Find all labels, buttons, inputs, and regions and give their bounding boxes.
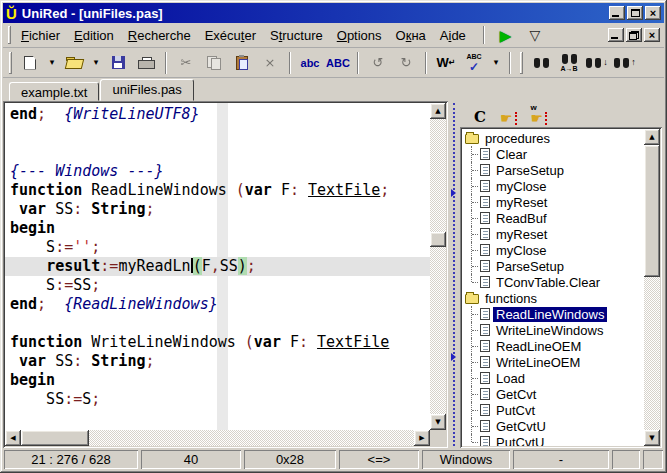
tree-folder-procedures[interactable]: procedures — [465, 130, 644, 146]
code-line[interactable]: var SS: String; — [10, 352, 430, 371]
scroll-down-icon[interactable]: ▼ — [644, 430, 660, 446]
title-bar[interactable]: Ŭ UniRed - [uniFiles.pas] × — [3, 3, 664, 23]
tree-item[interactable]: TConvTable.Clear — [465, 274, 644, 290]
scroll-down-icon[interactable]: ▼ — [430, 414, 446, 430]
tab-example-txt[interactable]: example.txt — [9, 82, 99, 101]
word-wrap-button[interactable]: W↵ — [433, 51, 459, 75]
run-button[interactable]: ▶ — [491, 28, 521, 43]
tree-item[interactable]: GetCvt — [465, 386, 644, 402]
editor-horizontal-scrollbar[interactable]: ◀ ▶ — [5, 430, 430, 446]
tree-item[interactable]: ParseSetup — [465, 258, 644, 274]
code-line[interactable]: begin — [10, 219, 430, 238]
scroll-left-icon[interactable]: ◀ — [5, 430, 21, 446]
scroll-right-icon[interactable]: ▶ — [414, 430, 430, 446]
goto-word-button[interactable]: w ☛ — [527, 103, 552, 125]
tree-item[interactable]: ReadLineWindows — [465, 306, 644, 322]
close-button[interactable]: × — [645, 6, 661, 20]
filter-button[interactable]: ▽ — [520, 28, 549, 42]
code-line[interactable] — [10, 143, 430, 162]
tab-unifiles-pas[interactable]: uniFiles.pas — [100, 79, 193, 101]
tree-item[interactable]: Load — [465, 370, 644, 386]
editor-vertical-scrollbar[interactable]: ▲ ▼ — [430, 103, 446, 430]
tree-item[interactable]: ParseSetup — [465, 162, 644, 178]
lowercase-button[interactable]: abc — [297, 51, 323, 75]
toolbar-grip[interactable] — [520, 52, 523, 74]
menubar-grip[interactable] — [8, 26, 11, 44]
tree-item[interactable]: myReset — [465, 226, 644, 242]
goto-declaration-button[interactable]: ☛ — [496, 103, 521, 125]
vertical-scroll-thumb[interactable] — [430, 232, 446, 247]
find-button[interactable] — [528, 51, 554, 75]
tree-item[interactable]: WriteLineWindows — [465, 322, 644, 338]
menu-окна[interactable]: Окна — [389, 26, 433, 45]
new-document-dropdown-button[interactable]: ▾ — [45, 51, 59, 75]
mdi-minimize-button[interactable] — [608, 28, 624, 42]
redo-button[interactable]: ↻ — [393, 51, 419, 75]
cut-button[interactable]: ✂ — [173, 51, 199, 75]
toolbar-grip[interactable] — [9, 52, 12, 74]
panel-splitter[interactable] — [448, 101, 460, 448]
code-line[interactable] — [10, 314, 430, 333]
splitter-arrow-icon[interactable] — [451, 189, 456, 197]
code-line[interactable]: S:=''; — [10, 238, 430, 257]
find-previous-button[interactable]: ↑ — [612, 51, 638, 75]
spell-check-dropdown-button[interactable]: ▾ — [489, 51, 503, 75]
menu-edition[interactable]: Edition — [67, 26, 121, 45]
tree-scrollbar[interactable]: ▲ ▼ — [644, 129, 660, 446]
menu-fichier[interactable]: Fichier — [14, 26, 67, 45]
scroll-up-icon[interactable]: ▲ — [430, 103, 446, 119]
mdi-close-button[interactable]: × — [644, 28, 660, 42]
splitter-arrow-icon[interactable] — [451, 353, 456, 361]
new-document-button[interactable] — [17, 51, 43, 75]
vertical-scroll-track[interactable] — [430, 119, 446, 414]
refresh-structure-button[interactable]: C — [470, 103, 490, 125]
code-line[interactable]: end; {ReadLineWindows} — [10, 295, 430, 314]
tree-item[interactable]: Clear — [465, 146, 644, 162]
code-line[interactable]: function WriteLineWindows (var F: TextFi… — [10, 333, 430, 352]
tree-item[interactable]: myReset — [465, 194, 644, 210]
spell-check-button[interactable]: ABC✓ — [461, 51, 487, 75]
open-file-dropdown-button[interactable]: ▾ — [89, 51, 103, 75]
code-line[interactable]: function ReadLineWindows (var F: TextFil… — [10, 181, 430, 200]
paste-button[interactable] — [229, 51, 255, 75]
code-line[interactable]: {--- Windows ---} — [10, 162, 430, 181]
menu-aide[interactable]: Aide — [433, 26, 473, 45]
maximize-button[interactable] — [627, 6, 643, 20]
menu-exécuter[interactable]: Exécuter — [198, 26, 263, 45]
code-line[interactable]: S:=SS; — [10, 276, 430, 295]
horizontal-scroll-track[interactable] — [21, 430, 414, 446]
tree-item[interactable]: ReadBuf — [465, 210, 644, 226]
print-button[interactable] — [133, 51, 159, 75]
scroll-up-icon[interactable]: ▲ — [644, 129, 660, 145]
code-line[interactable] — [10, 124, 430, 143]
tree-scroll-thumb[interactable] — [644, 145, 660, 277]
current-code-line[interactable]: result:=myReadLn(F,SS); — [5, 257, 430, 276]
menu-options[interactable]: Options — [330, 26, 389, 45]
uppercase-button[interactable]: ABC — [325, 51, 351, 75]
code-line[interactable]: var SS: String; — [10, 200, 430, 219]
code-editor[interactable]: end; {WriteLineUTF8}{--- Windows ---}fun… — [5, 103, 430, 430]
tree-item[interactable]: PutCvt — [465, 402, 644, 418]
tree-item[interactable]: myClose — [465, 242, 644, 258]
tree-scroll-track[interactable] — [644, 145, 660, 430]
find-replace-button[interactable]: A→B — [556, 51, 582, 75]
code-line[interactable]: SS:=S; — [10, 390, 430, 409]
tree-item[interactable]: myClose — [465, 178, 644, 194]
save-file-button[interactable] — [105, 51, 131, 75]
minimize-button[interactable] — [609, 6, 625, 20]
tree-item[interactable]: PutCvtU — [465, 434, 644, 446]
code-line[interactable] — [10, 409, 430, 428]
copy-button[interactable] — [201, 51, 227, 75]
undo-button[interactable]: ↺ — [365, 51, 391, 75]
tree-folder-functions[interactable]: functions — [465, 290, 644, 306]
code-line[interactable]: begin — [10, 371, 430, 390]
code-line[interactable]: end; {WriteLineUTF8} — [10, 105, 430, 124]
menu-structure[interactable]: Structure — [263, 26, 330, 45]
menu-recherche[interactable]: Recherche — [121, 26, 198, 45]
tree-item[interactable]: WriteLineOEM — [465, 354, 644, 370]
horizontal-scroll-thumb[interactable] — [21, 430, 89, 446]
delete-button[interactable]: × — [257, 51, 283, 75]
tree-item[interactable]: ReadLineOEM — [465, 338, 644, 354]
find-next-button[interactable]: ↓ — [584, 51, 610, 75]
open-file-button[interactable] — [61, 51, 87, 75]
